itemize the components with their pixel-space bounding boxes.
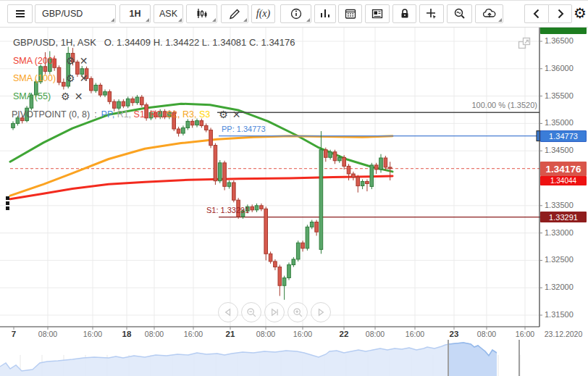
legend-sma100: SMA (100) ⚙ ✕ bbox=[13, 73, 88, 83]
panel-drag-handle[interactable] bbox=[6, 201, 9, 205]
trading-chart-window: GBP/USD 1H ASK f(x) bbox=[0, 0, 588, 376]
level-label-pivot-pp: PP: 1.34773 bbox=[222, 125, 266, 133]
lock-icon bbox=[398, 7, 411, 20]
pivot-item: R2, bbox=[150, 109, 167, 120]
settings-button[interactable]: ⚙ bbox=[572, 3, 588, 23]
pivot-r-badge-clipped bbox=[540, 27, 587, 34]
gear-icon[interactable]: ⚙ bbox=[66, 73, 75, 83]
volume-bars-icon bbox=[319, 7, 332, 20]
info-icon bbox=[290, 7, 303, 20]
menu-button[interactable] bbox=[7, 4, 33, 23]
toolbar: GBP/USD 1H ASK f(x) bbox=[0, 1, 588, 28]
chart-title-symbol: GBP/USD, 1H, ASK bbox=[13, 37, 96, 48]
panel-drag-handle[interactable] bbox=[6, 196, 9, 200]
cloud-upload-icon bbox=[482, 7, 497, 20]
gear-icon: ⚙ bbox=[574, 4, 587, 22]
info-button[interactable] bbox=[280, 4, 311, 23]
close-icon[interactable]: ✕ bbox=[232, 109, 241, 120]
legend-sma100-label: SMA (100) bbox=[13, 73, 56, 83]
pivot-legend-separator: : bbox=[94, 109, 96, 120]
hamburger-icon bbox=[14, 7, 27, 20]
gear-icon[interactable]: ⚙ bbox=[61, 91, 70, 101]
zoom-wave-button[interactable] bbox=[447, 4, 472, 23]
fx-label: f(x) bbox=[256, 8, 270, 20]
legend-sma55: SMA (55) ⚙ ✕ bbox=[13, 91, 83, 101]
sma200-badge: 1.34044 bbox=[540, 176, 587, 185]
calendar-icon bbox=[344, 7, 357, 20]
pan-left-button[interactable] bbox=[524, 4, 548, 23]
chart-zoom-in-button[interactable] bbox=[287, 302, 308, 322]
pivot-item: S2, bbox=[167, 109, 182, 120]
legend-sma200-label: SMA (200) bbox=[13, 56, 56, 66]
pivot-legend-prefix: PIVOTPOINT (0, 8) bbox=[12, 109, 90, 120]
go-to-latest-button[interactable] bbox=[264, 302, 285, 322]
chevron-right-icon bbox=[555, 8, 566, 20]
popout-icon[interactable] bbox=[517, 36, 532, 51]
lock-button[interactable] bbox=[392, 4, 416, 23]
gear-icon[interactable]: ⚙ bbox=[66, 56, 75, 66]
candlestick-icon bbox=[195, 7, 209, 20]
pivot-item: R3, bbox=[182, 109, 199, 120]
symbol-label: GBP/USD bbox=[42, 9, 83, 19]
price-type-label: ASK bbox=[159, 9, 177, 19]
level-label-pivot-s1: S1: 1.33291 bbox=[206, 206, 249, 214]
crosshair-icon bbox=[425, 7, 438, 20]
chevron-left-icon bbox=[532, 8, 542, 20]
function-button[interactable]: f(x) bbox=[251, 4, 275, 23]
pivot-pp-badge: 1.34773 bbox=[540, 130, 587, 142]
current-price-badge: 1.34176 bbox=[540, 162, 587, 176]
draw-tool-button[interactable] bbox=[221, 4, 248, 23]
calendar-button[interactable] bbox=[338, 4, 362, 23]
symbol-select[interactable]: GBP/USD bbox=[35, 4, 116, 23]
pivot-item: PP, bbox=[101, 109, 117, 120]
interval-label: 1H bbox=[130, 9, 141, 19]
pan-right-button[interactable] bbox=[548, 4, 572, 23]
pivot-item: R1, bbox=[117, 109, 134, 120]
panel-drag-handle[interactable] bbox=[6, 206, 9, 210]
chart-title: GBP/USD, 1H, ASK O. 1.34409 H. 1.34422 L… bbox=[13, 37, 295, 48]
price-type-select[interactable]: ASK bbox=[154, 4, 183, 23]
chart-pan-left-button[interactable] bbox=[218, 302, 238, 322]
close-icon[interactable]: ✕ bbox=[80, 73, 88, 83]
pivot-legend-items: PP, R1, S1, R2, S2, R3, S3 bbox=[101, 109, 211, 120]
pivot-item: S3 bbox=[199, 109, 210, 120]
crosshair-button[interactable] bbox=[419, 4, 444, 23]
close-icon[interactable]: ✕ bbox=[75, 91, 83, 101]
magnifier-wave-icon bbox=[453, 7, 466, 20]
gear-icon[interactable]: ⚙ bbox=[219, 109, 228, 120]
chart-title-ohlc: O. 1.34409 H. 1.34422 L. 1.34081 C. 1.34… bbox=[104, 37, 295, 48]
chart-type-button[interactable] bbox=[186, 4, 217, 23]
news-button[interactable] bbox=[365, 4, 390, 23]
level-label-fib-100: 100.00 % (1.3520) bbox=[378, 101, 537, 109]
legend-sma200: SMA (200) ⚙ ✕ bbox=[13, 56, 88, 66]
legend-sma55-label: SMA (55) bbox=[13, 91, 51, 101]
chart-pan-right-button[interactable] bbox=[311, 302, 331, 322]
volume-button[interactable] bbox=[314, 4, 336, 23]
pivot-s1-badge: 1.33291 bbox=[540, 212, 587, 222]
interval-select[interactable]: 1H bbox=[119, 4, 151, 23]
pencil-icon bbox=[228, 7, 241, 20]
pivot-item: S1, bbox=[134, 109, 150, 120]
close-icon[interactable]: ✕ bbox=[80, 56, 88, 66]
news-icon bbox=[371, 7, 384, 20]
cloud-upload-button[interactable] bbox=[475, 4, 503, 23]
legend-pivotpoint: PIVOTPOINT (0, 8) : PP, R1, S1, R2, S2, … bbox=[12, 109, 241, 120]
chart-zoom-out-button[interactable] bbox=[241, 302, 261, 322]
